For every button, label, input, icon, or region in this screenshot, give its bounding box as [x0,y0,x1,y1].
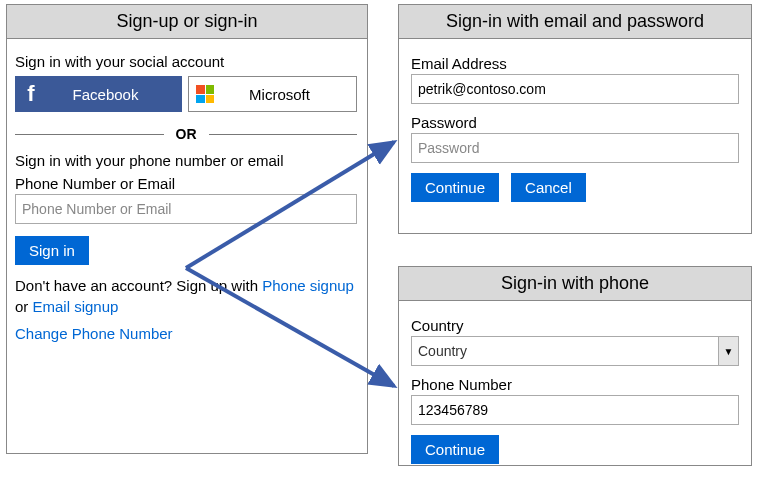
divider-line [209,134,358,135]
panel-title: Sign-in with email and password [399,5,751,39]
password-input[interactable] [411,133,739,163]
signin-phone-panel: Sign-in with phone Country Country ▼ Pho… [398,266,752,466]
continue-button[interactable]: Continue [411,173,499,202]
email-label: Email Address [411,55,739,72]
panel-title: Sign-up or sign-in [7,5,367,39]
phone-input[interactable] [411,395,739,425]
signup-text: Don't have an account? Sign up with Phon… [15,275,357,317]
microsoft-button[interactable]: Microsoft [188,76,357,112]
signup-prefix: Don't have an account? Sign up with [15,277,262,294]
phone-email-label: Phone Number or Email [15,175,357,192]
signup-signin-panel: Sign-up or sign-in Sign in with your soc… [6,4,368,454]
email-input[interactable] [411,74,739,104]
country-select[interactable]: Country [411,336,739,366]
or-divider: OR [15,126,357,142]
country-label: Country [411,317,739,334]
phone-signup-link[interactable]: Phone signup [262,277,354,294]
cancel-button[interactable]: Cancel [511,173,586,202]
social-heading: Sign in with your social account [15,53,357,70]
signup-or: or [15,298,33,315]
facebook-button[interactable]: f Facebook [15,76,182,112]
panel-body: Sign in with your social account f Faceb… [7,39,367,352]
facebook-label: Facebook [47,86,182,103]
panel-title: Sign-in with phone [399,267,751,301]
panel-body: Email Address Password Continue Cancel [399,39,751,212]
signin-email-panel: Sign-in with email and password Email Ad… [398,4,752,234]
panel-body: Country Country ▼ Phone Number Continue [399,301,751,474]
button-row: Continue [411,435,739,464]
email-signup-link[interactable]: Email signup [33,298,119,315]
microsoft-label: Microsoft [221,86,356,103]
signin-button[interactable]: Sign in [15,236,89,265]
button-row: Continue Cancel [411,173,739,202]
or-text: OR [164,126,209,142]
phone-email-input[interactable] [15,194,357,224]
change-phone-link[interactable]: Change Phone Number [15,325,357,342]
phone-email-heading: Sign in with your phone number or email [15,152,357,169]
password-label: Password [411,114,739,131]
continue-button[interactable]: Continue [411,435,499,464]
social-row: f Facebook Microsoft [15,76,357,112]
microsoft-icon [189,76,221,112]
country-select-wrap: Country ▼ [411,336,739,366]
divider-line [15,134,164,135]
phone-label: Phone Number [411,376,739,393]
facebook-icon: f [15,76,47,112]
